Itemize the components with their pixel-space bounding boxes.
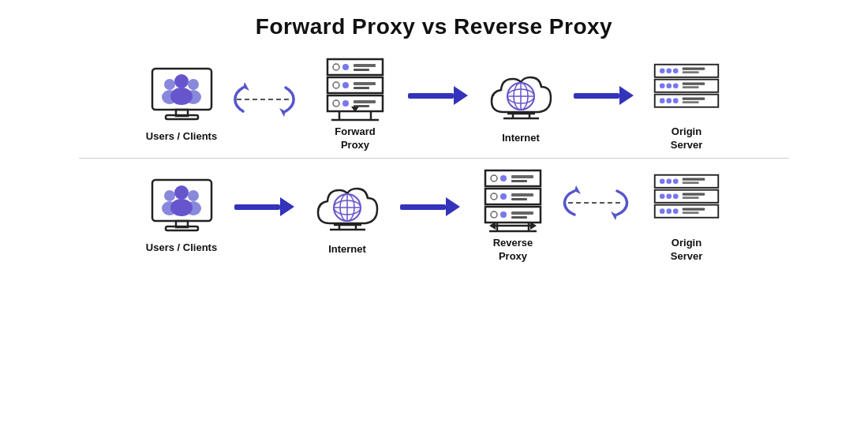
arrow-revproxy-origin bbox=[560, 175, 639, 238]
svg-rect-20 bbox=[354, 82, 376, 85]
page-title: Forward Proxy vs Reverse Proxy bbox=[256, 14, 612, 39]
svg-point-113 bbox=[660, 209, 665, 215]
diagram-area: Users / Clients bbox=[8, 47, 860, 268]
svg-rect-25 bbox=[354, 100, 376, 103]
svg-rect-56 bbox=[683, 97, 705, 99]
svg-rect-110 bbox=[683, 193, 705, 196]
svg-point-42 bbox=[666, 68, 672, 73]
label-users-bottom: Users / Clients bbox=[146, 241, 217, 255]
rev-proxy-icon bbox=[477, 166, 548, 234]
svg-point-18 bbox=[333, 82, 339, 88]
svg-rect-90 bbox=[511, 216, 527, 219]
node-users-bottom: Users / Clients bbox=[134, 175, 229, 255]
svg-point-54 bbox=[666, 98, 672, 103]
svg-point-8 bbox=[170, 88, 193, 105]
divider bbox=[79, 158, 789, 159]
svg-rect-111 bbox=[683, 196, 699, 199]
svg-point-88 bbox=[500, 211, 507, 218]
node-origin-bottom: OriginServer bbox=[639, 166, 734, 264]
svg-marker-11 bbox=[243, 82, 249, 91]
svg-point-109 bbox=[673, 194, 679, 200]
node-origin-top: OriginServer bbox=[639, 55, 734, 152]
svg-rect-117 bbox=[683, 211, 699, 214]
internet-icon-bottom bbox=[312, 173, 383, 240]
svg-point-5 bbox=[188, 79, 199, 90]
svg-point-7 bbox=[174, 74, 189, 88]
svg-rect-80 bbox=[511, 180, 527, 182]
svg-marker-98 bbox=[611, 211, 617, 220]
label-internet-top: Internet bbox=[502, 132, 540, 145]
svg-point-77 bbox=[491, 175, 497, 181]
monitor-icon-bottom bbox=[146, 175, 217, 238]
svg-rect-57 bbox=[683, 101, 699, 103]
fwd-proxy-icon bbox=[320, 55, 391, 122]
node-internet-bottom: Internet bbox=[300, 173, 395, 256]
arrow-fwdproxy-internet bbox=[402, 86, 473, 105]
svg-point-66 bbox=[170, 199, 193, 216]
node-rev-proxy: ReverseProxy bbox=[466, 166, 560, 264]
svg-point-103 bbox=[673, 179, 679, 185]
arrow-internet-origin-top bbox=[568, 86, 639, 105]
svg-rect-84 bbox=[511, 193, 533, 196]
svg-point-24 bbox=[342, 100, 349, 107]
svg-rect-105 bbox=[683, 182, 699, 185]
svg-point-83 bbox=[500, 193, 507, 200]
svg-rect-16 bbox=[354, 69, 369, 71]
svg-point-87 bbox=[491, 211, 497, 218]
svg-rect-45 bbox=[683, 71, 699, 73]
label-origin-top: OriginServer bbox=[671, 125, 702, 152]
svg-point-65 bbox=[174, 185, 189, 200]
svg-point-19 bbox=[342, 82, 349, 88]
node-internet-top: Internet bbox=[473, 62, 568, 145]
svg-point-23 bbox=[333, 100, 339, 107]
node-users-top: Users / Clients bbox=[134, 64, 229, 144]
svg-rect-50 bbox=[683, 82, 705, 84]
svg-rect-104 bbox=[683, 178, 705, 181]
svg-point-48 bbox=[666, 83, 672, 88]
svg-rect-15 bbox=[354, 64, 376, 67]
svg-point-82 bbox=[491, 193, 497, 200]
svg-rect-44 bbox=[683, 67, 705, 69]
svg-point-14 bbox=[342, 64, 349, 70]
internet-icon-top bbox=[485, 62, 556, 129]
svg-point-13 bbox=[333, 64, 339, 70]
svg-point-49 bbox=[673, 83, 679, 88]
label-users-top: Users / Clients bbox=[146, 130, 217, 144]
svg-point-63 bbox=[188, 190, 199, 201]
svg-point-114 bbox=[666, 209, 672, 215]
svg-rect-85 bbox=[511, 198, 527, 200]
svg-rect-89 bbox=[511, 211, 533, 215]
svg-point-78 bbox=[500, 175, 507, 181]
svg-marker-99 bbox=[574, 185, 581, 194]
svg-rect-21 bbox=[354, 87, 369, 89]
node-fwd-proxy: ForwardProxy bbox=[308, 55, 402, 152]
svg-point-43 bbox=[673, 68, 679, 73]
svg-point-115 bbox=[673, 209, 679, 215]
svg-point-55 bbox=[673, 98, 679, 103]
svg-rect-51 bbox=[683, 86, 699, 88]
svg-rect-116 bbox=[683, 208, 705, 211]
svg-point-3 bbox=[164, 79, 175, 90]
svg-rect-2 bbox=[166, 115, 198, 119]
svg-point-102 bbox=[666, 179, 672, 185]
origin-server-icon-bottom bbox=[651, 166, 722, 234]
svg-point-53 bbox=[660, 98, 665, 103]
label-internet-bottom: Internet bbox=[328, 243, 366, 256]
svg-point-61 bbox=[164, 190, 175, 201]
svg-point-108 bbox=[666, 194, 672, 200]
svg-point-101 bbox=[660, 179, 665, 185]
origin-server-icon-top bbox=[651, 55, 722, 122]
monitor-icon-top bbox=[146, 64, 217, 127]
label-rev-proxy: ReverseProxy bbox=[493, 237, 533, 264]
forward-proxy-row: Users / Clients bbox=[8, 47, 860, 156]
reverse-proxy-row: Users / Clients bbox=[8, 160, 860, 268]
svg-point-47 bbox=[660, 83, 665, 88]
label-origin-bottom: OriginServer bbox=[671, 237, 702, 264]
svg-rect-79 bbox=[511, 175, 533, 178]
svg-point-107 bbox=[660, 194, 665, 200]
svg-point-41 bbox=[660, 68, 665, 73]
arrow-internet-revproxy bbox=[395, 197, 466, 216]
arrow-users-internet-bottom bbox=[229, 197, 300, 216]
svg-marker-10 bbox=[279, 108, 286, 117]
label-fwd-proxy: ForwardProxy bbox=[335, 125, 375, 152]
